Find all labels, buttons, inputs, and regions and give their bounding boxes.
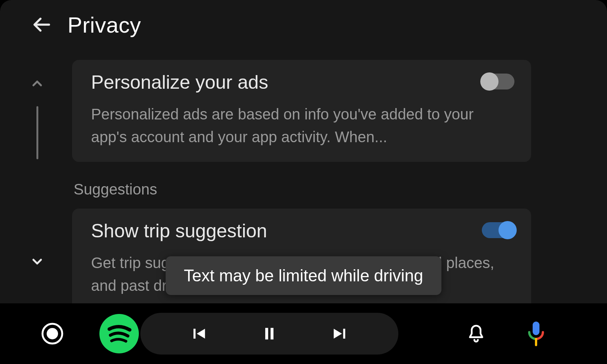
- settings-screen: Privacy Personalize your ads Personalize…: [0, 0, 607, 303]
- scroll-indicator: [30, 76, 45, 269]
- toggle-knob: [498, 221, 517, 239]
- setting-subtitle: Personalized ads are based on info you'v…: [91, 103, 512, 148]
- page-title: Privacy: [68, 12, 141, 38]
- chevron-down-icon: [30, 254, 45, 269]
- mic-icon: [526, 320, 546, 347]
- driving-limitation-toast: Text may be limited while driving: [166, 256, 442, 295]
- previous-track-button[interactable]: [187, 322, 210, 345]
- next-track-button[interactable]: [329, 322, 352, 345]
- bell-icon: [465, 323, 487, 344]
- circle-dot-icon: [41, 322, 64, 345]
- setting-title: Personalize your ads: [91, 72, 512, 93]
- skip-next-icon: [330, 324, 350, 344]
- skip-previous-icon: [189, 324, 208, 344]
- scroll-track: [36, 106, 38, 159]
- personalize-ads-toggle[interactable]: [482, 74, 514, 89]
- section-label-suggestions: Suggestions: [74, 181, 531, 198]
- spotify-app-button[interactable]: [99, 314, 139, 353]
- trip-suggestion-toggle[interactable]: [482, 222, 514, 238]
- scroll-down-button[interactable]: [30, 254, 45, 269]
- header: Privacy: [0, 0, 607, 49]
- arrow-left-icon: [31, 14, 52, 35]
- chevron-up-icon: [30, 76, 45, 91]
- notifications-button[interactable]: [465, 322, 487, 345]
- setting-title: Show trip suggestion: [91, 221, 512, 242]
- back-button[interactable]: [30, 14, 52, 36]
- system-bar: [0, 303, 607, 364]
- spotify-icon: [100, 315, 138, 353]
- pause-icon: [259, 324, 279, 344]
- setting-personalize-ads[interactable]: Personalize your ads Personalized ads ar…: [72, 60, 531, 162]
- launcher-button[interactable]: [41, 322, 64, 345]
- voice-assistant-button[interactable]: [526, 320, 546, 347]
- device-frame: Privacy Personalize your ads Personalize…: [0, 0, 607, 364]
- scroll-up-button[interactable]: [30, 76, 45, 91]
- svg-rect-2: [533, 322, 539, 335]
- toggle-knob: [480, 72, 498, 91]
- play-pause-button[interactable]: [258, 322, 281, 345]
- svg-point-1: [47, 328, 58, 339]
- media-controls: [140, 313, 398, 355]
